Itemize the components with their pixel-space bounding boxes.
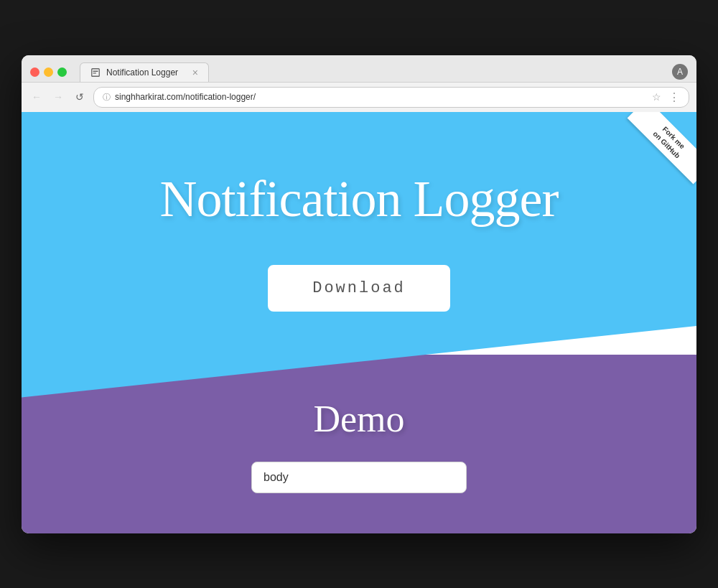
tab-favicon — [90, 67, 101, 78]
close-button[interactable] — [30, 67, 39, 77]
forward-button[interactable]: → — [50, 89, 66, 105]
tab-title: Notification Logger — [106, 67, 178, 78]
browser-window: Notification Logger × A ← → ↺ ⓘ singhhar… — [22, 55, 696, 533]
address-bar[interactable]: ⓘ singhharkirat.com/notification-logger/… — [93, 87, 689, 108]
demo-title: Demo — [313, 398, 404, 440]
minimize-button[interactable] — [44, 67, 53, 77]
website-content: Fork me on GitHub Notification Logger Do… — [22, 112, 696, 533]
profile-icon[interactable]: A — [672, 64, 688, 80]
github-ribbon-text: Fork me on GitHub — [628, 112, 696, 184]
refresh-button[interactable]: ↺ — [72, 89, 88, 105]
active-tab[interactable]: Notification Logger × — [80, 62, 209, 82]
security-icon: ⓘ — [103, 92, 111, 103]
svg-rect-0 — [92, 68, 100, 76]
browser-titlebar: Notification Logger × A — [22, 55, 696, 82]
back-button[interactable]: ← — [29, 89, 45, 105]
tab-bar: Notification Logger × — [80, 62, 666, 82]
more-options-icon[interactable]: ⋮ — [668, 90, 680, 104]
demo-body-input[interactable] — [251, 462, 467, 493]
traffic-lights — [30, 67, 67, 77]
github-ribbon[interactable]: Fork me on GitHub — [610, 112, 696, 198]
download-button[interactable]: Download — [268, 265, 450, 312]
url-text: singhharkirat.com/notification-logger/ — [115, 92, 256, 102]
profile-initial: A — [677, 67, 683, 77]
hero-title: Notification Logger — [160, 169, 559, 229]
browser-controls-row: ← → ↺ ⓘ singhharkirat.com/notification-l… — [22, 82, 696, 112]
maximize-button[interactable] — [57, 67, 67, 77]
bookmark-icon[interactable]: ☆ — [652, 91, 661, 103]
tab-close-button[interactable]: × — [192, 67, 198, 78]
browser-top-row: Notification Logger × A — [30, 62, 688, 82]
